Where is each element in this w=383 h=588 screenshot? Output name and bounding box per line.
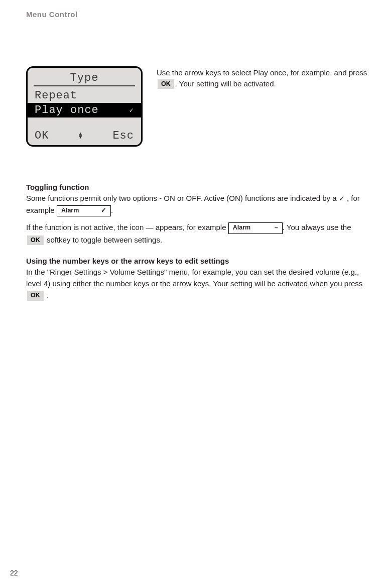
- check-icon: ✓: [101, 206, 106, 215]
- lcd-screen: Type Repeat Play once ✓ OK ▲▼ Esc: [26, 66, 143, 147]
- alarm-on-badge: Alarm ✓: [57, 205, 111, 217]
- alarm-label: Alarm: [61, 206, 79, 215]
- softkey-ok: OK: [35, 130, 49, 142]
- lcd-title: Type: [34, 72, 135, 86]
- text: .: [111, 206, 113, 214]
- section-toggling: Toggling function Some functions permit …: [26, 183, 368, 246]
- lcd-item-label: Repeat: [35, 89, 77, 102]
- dash-icon: –: [275, 223, 278, 232]
- text: . Your setting will be activated.: [175, 79, 276, 88]
- lcd-list: Repeat Play once ✓: [28, 87, 141, 129]
- lcd-item-play-once: Play once ✓: [28, 103, 141, 117]
- page-header: Menu Control: [26, 10, 368, 19]
- softkey-esc: Esc: [112, 130, 134, 142]
- section-heading: Toggling function: [26, 183, 368, 191]
- text: . You always use the: [283, 223, 351, 231]
- check-icon: ✓: [130, 106, 134, 114]
- text: Some functions permit only two options -…: [26, 194, 339, 202]
- text: softkey to toggle between settings.: [45, 236, 162, 244]
- section-heading: Using the number keys or the arrow keys …: [26, 257, 368, 265]
- text: .: [45, 291, 49, 299]
- text: In the "Ringer Settings > Volume Setting…: [26, 268, 362, 288]
- lcd-softkeys: OK ▲▼ Esc: [28, 129, 141, 142]
- example-row: Type Repeat Play once ✓ OK ▲▼ Esc Use th…: [26, 66, 368, 147]
- up-down-arrows-icon: ▲▼: [79, 133, 83, 139]
- text: Use the arrow keys to select Play once, …: [157, 68, 367, 77]
- alarm-off-badge: Alarm –: [228, 222, 283, 234]
- page-number: 22: [10, 569, 18, 577]
- lcd-item-repeat: Repeat: [28, 88, 141, 103]
- ok-key: OK: [27, 291, 44, 300]
- section-number-keys: Using the number keys or the arrow keys …: [26, 257, 368, 301]
- ok-key: OK: [158, 79, 174, 89]
- alarm-label: Alarm: [233, 223, 250, 232]
- ok-key: OK: [27, 236, 44, 245]
- check-icon: ✓: [339, 193, 345, 204]
- text: If the function is not active, the icon …: [26, 223, 228, 231]
- example-description: Use the arrow keys to select Play once, …: [157, 66, 368, 147]
- lcd-item-label: Play once: [35, 104, 99, 116]
